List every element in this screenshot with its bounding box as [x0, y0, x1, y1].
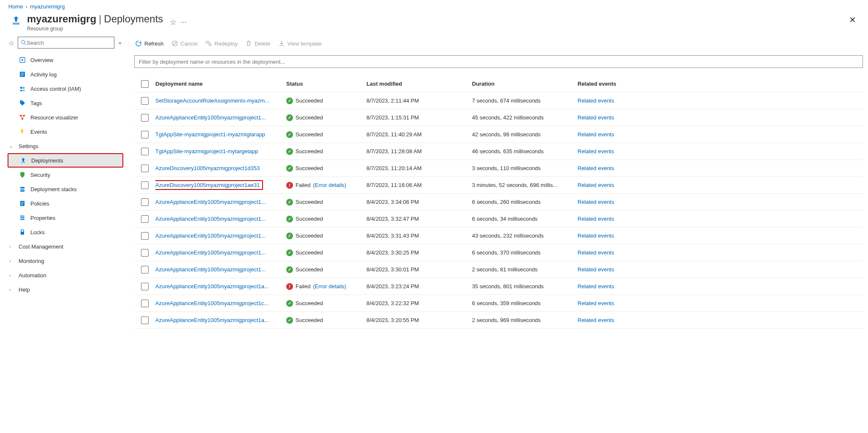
related-events-link[interactable]: Related events	[578, 300, 614, 306]
more-button[interactable]: ⋯	[181, 19, 187, 26]
deployment-link[interactable]: AzureDiscovery1005myazmigproject1ae31	[155, 180, 263, 190]
deployment-link[interactable]: AzureApplianceEntity1005myazmigproject1c…	[155, 300, 269, 306]
col-header-modified[interactable]: Last modified	[366, 81, 472, 87]
deployment-link[interactable]: AzureApplianceEntity1005myazmigproject1.…	[155, 249, 266, 256]
page-title: myazuremigrg | Deployments	[27, 13, 163, 25]
download-icon	[278, 40, 285, 47]
sidebar-item-properties[interactable]: Properties	[8, 211, 123, 225]
row-checkbox[interactable]	[141, 181, 149, 189]
sidebar-item-deployments[interactable]: Deployments	[8, 153, 123, 168]
sidebar-item-overview[interactable]: Overview	[8, 53, 123, 67]
deployment-link[interactable]: AzureApplianceEntity1005myazmigproject1.…	[155, 216, 266, 222]
pin-icon[interactable]: ◇	[8, 40, 15, 46]
row-checkbox[interactable]	[141, 148, 149, 155]
sidebar-item-monitoring[interactable]: ›Monitoring	[8, 254, 123, 268]
svg-point-11	[21, 101, 22, 102]
svg-point-1	[22, 41, 25, 44]
status-text: Failed	[296, 283, 310, 290]
delete-label: Delete	[255, 41, 271, 47]
policies-icon	[19, 200, 26, 207]
row-checkbox[interactable]	[141, 215, 149, 223]
deployment-link[interactable]: AzureApplianceEntity1005myazmigproject1.…	[155, 199, 266, 205]
deploy-icon	[19, 157, 27, 164]
related-events-link[interactable]: Related events	[578, 317, 614, 323]
col-header-related[interactable]: Related events	[578, 81, 863, 87]
row-checkbox[interactable]	[141, 249, 149, 257]
refresh-button[interactable]: Refresh	[135, 40, 164, 47]
breadcrumb-rg[interactable]: myazuremigrg	[30, 3, 65, 10]
sidebar-item-automation[interactable]: ›Automation	[8, 268, 123, 282]
favorite-button[interactable]: ☆	[170, 18, 176, 27]
deployment-link[interactable]: AzureApplianceEntity1005myazmigproject1.…	[155, 266, 266, 273]
related-events-link[interactable]: Related events	[578, 266, 614, 273]
success-icon: ✓	[286, 165, 293, 172]
row-checkbox[interactable]	[141, 114, 149, 122]
deployment-link[interactable]: AzureApplianceEntity1005myazmigproject1a…	[155, 283, 269, 290]
table-row: AzureApplianceEntity1005myazmigproject1.…	[134, 227, 863, 244]
sidebar-item-policies[interactable]: Policies	[8, 196, 123, 211]
row-checkbox[interactable]	[141, 97, 149, 105]
status-text: Succeeded	[296, 216, 323, 222]
deployment-link[interactable]: TgtAppSite-myazmigproject1-myazmigtarapp	[155, 131, 265, 138]
deployment-link[interactable]: SetStorageAccountRoleAssignments-myazm..…	[155, 97, 269, 104]
status-text: Succeeded	[296, 233, 323, 239]
related-events-link[interactable]: Related events	[578, 114, 614, 121]
breadcrumb-home[interactable]: Home	[8, 3, 23, 10]
sidebar-search-input[interactable]	[27, 40, 111, 46]
view-template-button: View template	[278, 40, 322, 47]
sidebar-item-tags[interactable]: Tags	[8, 96, 123, 110]
row-checkbox[interactable]	[141, 283, 149, 290]
svg-point-25	[22, 219, 23, 220]
sidebar-item-help[interactable]: ›Help	[8, 282, 123, 297]
status-text: Succeeded	[296, 114, 323, 121]
visualizer-icon	[19, 114, 26, 121]
sidebar-item-events[interactable]: Events	[8, 124, 123, 139]
row-checkbox[interactable]	[141, 198, 149, 206]
deployment-link[interactable]: TgtAppSite-myazmigproject1-mytargetapp	[155, 148, 258, 154]
related-events-link[interactable]: Related events	[578, 249, 614, 256]
deployment-link[interactable]: AzureApplianceEntity1005myazmigproject1a…	[155, 317, 269, 323]
close-blade-button[interactable]: ✕	[846, 13, 860, 27]
sidebar-search[interactable]	[18, 37, 114, 49]
related-events-link[interactable]: Related events	[578, 148, 614, 154]
related-events-link[interactable]: Related events	[578, 131, 614, 138]
sidebar-item-settings[interactable]: ⌄Settings	[8, 139, 123, 153]
related-events-link[interactable]: Related events	[578, 199, 614, 205]
row-checkbox[interactable]	[141, 317, 149, 324]
sidebar-item-locks[interactable]: Locks	[8, 225, 123, 239]
related-events-link[interactable]: Related events	[578, 165, 614, 171]
sidebar-item-activity-log[interactable]: Activity log	[8, 67, 123, 81]
row-checkbox[interactable]	[141, 131, 149, 138]
table-row: AzureApplianceEntity1005myazmigproject1c…	[134, 295, 863, 312]
row-checkbox[interactable]	[141, 300, 149, 307]
collapse-sidebar-button[interactable]: «	[117, 40, 123, 46]
col-header-name[interactable]: Deployment name	[155, 81, 286, 87]
modified-cell: 8/7/2023, 1:15:31 PM	[366, 114, 472, 121]
filter-input[interactable]	[134, 55, 863, 68]
sidebar-item-deployment-stacks[interactable]: Deployment stacks	[8, 182, 123, 196]
related-events-link[interactable]: Related events	[578, 182, 614, 188]
svg-line-28	[173, 42, 176, 45]
sidebar-item-cost-management[interactable]: ›Cost Management	[8, 239, 123, 254]
row-checkbox[interactable]	[141, 165, 149, 172]
table-row: AzureApplianceEntity1005myazmigproject1a…	[134, 312, 863, 329]
select-all-checkbox[interactable]	[141, 80, 149, 88]
duration-cell: 6 seconds, 359 milliseconds	[472, 300, 578, 306]
row-checkbox[interactable]	[141, 266, 149, 273]
sidebar-item-access-control-iam-[interactable]: Access control (IAM)	[8, 81, 123, 96]
col-header-duration[interactable]: Duration	[472, 81, 578, 87]
deployment-link[interactable]: AzureDiscovery1005myazmigproject1d353	[155, 165, 260, 171]
related-events-link[interactable]: Related events	[578, 216, 614, 222]
related-events-link[interactable]: Related events	[578, 97, 614, 104]
row-checkbox[interactable]	[141, 232, 149, 240]
sidebar-item-resource-visualizer[interactable]: Resource visualizer	[8, 110, 123, 124]
related-events-link[interactable]: Related events	[578, 283, 614, 290]
related-events-link[interactable]: Related events	[578, 233, 614, 239]
delete-icon	[245, 40, 252, 47]
sidebar-item-security[interactable]: Security	[8, 168, 123, 182]
deployment-link[interactable]: AzureApplianceEntity1005myazmigproject1.…	[155, 114, 266, 121]
error-details-link[interactable]: (Error details)	[313, 182, 346, 188]
error-details-link[interactable]: (Error details)	[313, 283, 346, 290]
deployment-link[interactable]: AzureApplianceEntity1005myazmigproject1.…	[155, 233, 266, 239]
col-header-status[interactable]: Status	[286, 81, 366, 87]
